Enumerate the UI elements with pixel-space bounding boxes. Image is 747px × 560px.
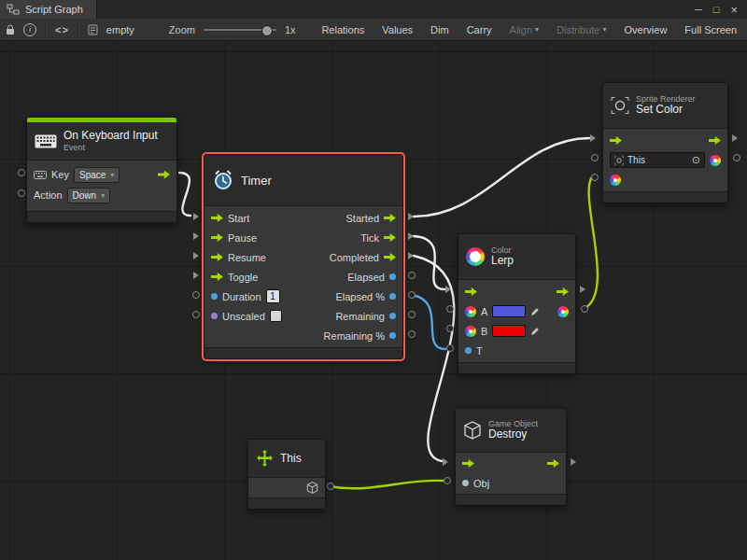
maximize-icon[interactable]: □ [713, 4, 720, 15]
minimize-icon[interactable]: ─ [695, 4, 702, 15]
port-timer-resume[interactable] [193, 252, 199, 259]
timer-row: Remaining % [204, 326, 402, 345]
color-b-swatch[interactable] [492, 325, 526, 337]
info-icon[interactable]: i [23, 23, 36, 36]
zoom-label: Zoom [169, 24, 195, 35]
port-timer-start[interactable] [193, 213, 199, 220]
port-action-input[interactable] [18, 189, 25, 197]
dim-button[interactable]: Dim [426, 22, 454, 37]
duration-field[interactable]: 1 [266, 289, 280, 303]
zoom-slider[interactable] [204, 29, 276, 31]
graph-canvas[interactable]: On Keyboard Input Event Key Space ▾ Acti… [0, 41, 747, 560]
port-destroy-flow-out[interactable] [571, 458, 576, 466]
port-setcolor-color[interactable] [591, 174, 599, 181]
value-output-port[interactable] [389, 273, 396, 280]
port-setcolor-renderer-out[interactable] [733, 154, 740, 161]
value-output-port[interactable] [389, 332, 396, 339]
node-on-keyboard-input[interactable]: On Keyboard Input Event Key Space ▾ Acti… [26, 117, 177, 223]
zoom-slider-handle[interactable] [261, 25, 273, 36]
move-cross-icon [256, 450, 274, 468]
flow-output-port[interactable] [709, 136, 721, 145]
lock-icon[interactable] [6, 24, 15, 35]
value-input-port[interactable] [465, 347, 472, 354]
node-this[interactable]: This [247, 439, 326, 510]
port-lerp-t[interactable] [446, 344, 454, 352]
object-picker-icon[interactable]: ⊙ [692, 155, 700, 165]
flow-input-port[interactable] [610, 136, 622, 145]
port-lerp-result[interactable] [581, 305, 588, 313]
relations-button[interactable]: Relations [317, 22, 369, 37]
eyedropper-icon[interactable] [530, 327, 540, 336]
distribute-button[interactable]: Distribute ▾ [552, 22, 611, 37]
key-dropdown[interactable]: Space ▾ [74, 167, 120, 183]
node-set-color[interactable]: Sprite Renderer Set Color This ⊙ [602, 82, 728, 203]
port-lerp-flow-in[interactable] [445, 286, 451, 293]
port-setcolor-flow-out[interactable] [732, 134, 738, 142]
flow-output-port[interactable] [384, 233, 396, 242]
port-this-out[interactable] [327, 483, 334, 490]
cube-output-port[interactable] [306, 482, 318, 494]
value-input-port[interactable] [211, 313, 218, 319]
action-row: Action Down ▾ [27, 185, 176, 205]
port-key-input[interactable] [18, 169, 25, 176]
full-screen-button[interactable]: Full Screen [680, 22, 741, 37]
port-lerp-flow-out[interactable] [580, 286, 585, 293]
port-setcolor-target[interactable] [591, 154, 599, 161]
flow-input-port[interactable] [462, 459, 474, 468]
action-dropdown[interactable]: Down ▾ [67, 188, 111, 203]
flow-input-port[interactable] [211, 253, 223, 261]
zoom-value: 1x [285, 24, 296, 35]
flow-input-port[interactable] [211, 273, 223, 281]
color-port-icon[interactable] [465, 326, 476, 337]
port-timer-elapsed-pct[interactable] [408, 291, 416, 299]
node-footer [458, 362, 575, 373]
unscaled-checkbox[interactable] [270, 310, 282, 322]
port-destroy-flow-in[interactable] [443, 458, 448, 466]
eyedropper-icon[interactable] [530, 307, 540, 316]
port-timer-tick[interactable] [408, 232, 414, 240]
port-timer-elapsed[interactable] [408, 272, 416, 279]
timer-row: Duration1 Elapsed % [204, 287, 402, 306]
port-destroy-obj[interactable] [444, 477, 451, 484]
flow-input-port[interactable] [465, 287, 477, 296]
flow-input-port[interactable] [211, 214, 223, 222]
flow-output-port[interactable] [547, 459, 559, 468]
close-icon[interactable]: × [730, 3, 738, 17]
color-result-port[interactable] [557, 306, 569, 317]
overview-button[interactable]: Overview [620, 22, 672, 37]
value-output-port[interactable] [389, 293, 396, 300]
flow-output-port[interactable] [384, 253, 396, 261]
flow-input-port[interactable] [211, 233, 223, 242]
flow-output-port[interactable] [158, 171, 170, 179]
value-output-port[interactable] [389, 313, 396, 319]
renderer-output-port[interactable] [710, 155, 721, 166]
port-setcolor-flow-in[interactable] [590, 134, 596, 142]
value-input-port[interactable] [462, 480, 469, 486]
port-timer-toggle[interactable] [193, 272, 199, 279]
port-timer-started[interactable] [408, 213, 414, 220]
value-input-port[interactable] [211, 293, 218, 300]
port-timer-duration[interactable] [192, 291, 200, 299]
flow-output-port[interactable] [384, 214, 396, 222]
color-port-icon[interactable] [465, 306, 476, 317]
port-timer-pause[interactable] [193, 232, 199, 240]
node-destroy[interactable]: Game Object Destroy Obj [455, 408, 567, 506]
port-timer-unscaled[interactable] [192, 311, 200, 318]
lerp-flow-row [458, 282, 575, 301]
node-color-lerp[interactable]: Color Lerp A B [458, 233, 576, 374]
align-button[interactable]: Align ▾ [505, 22, 543, 37]
values-button[interactable]: Values [377, 22, 417, 37]
port-timer-remaining-pct[interactable] [408, 330, 416, 338]
flow-output-port[interactable] [557, 287, 569, 296]
carry-button[interactable]: Carry [462, 22, 497, 37]
tab-script-graph[interactable]: Script Graph [0, 0, 97, 19]
port-timer-completed[interactable] [408, 252, 414, 259]
port-lerp-b[interactable] [446, 325, 454, 332]
code-view-icon[interactable]: <> [55, 24, 69, 35]
node-timer[interactable]: Timer Start Started Pause Tick Resume Co… [204, 154, 403, 359]
port-lerp-a[interactable] [446, 305, 454, 313]
color-a-swatch[interactable] [492, 305, 526, 317]
port-timer-remaining[interactable] [408, 311, 416, 318]
color-input-port[interactable] [610, 175, 621, 186]
target-object-field[interactable]: This ⊙ [610, 152, 705, 168]
